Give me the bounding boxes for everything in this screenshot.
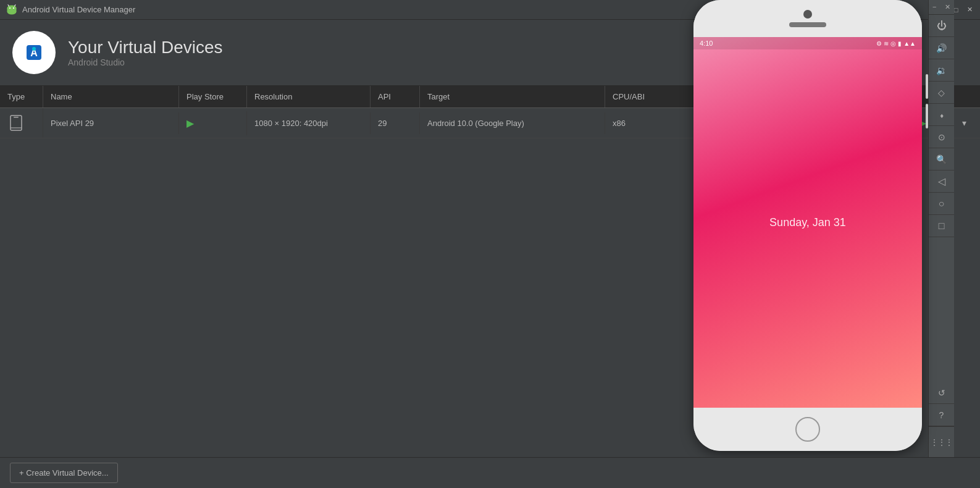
screenshot-button[interactable]: ⊙ — [929, 126, 954, 148]
rotate-right-button[interactable]: ⬧ — [929, 104, 954, 126]
page-subtitle: Android Studio — [68, 57, 223, 67]
zoom-button[interactable]: 🔍 — [929, 148, 954, 170]
cell-name: Pixel API 29 — [43, 112, 179, 134]
more-options-icon[interactable]: ⋮⋮⋮ — [931, 438, 953, 447]
header-titles: Your Virtual Devices Android Studio — [68, 38, 223, 67]
play-store-icon: ▶ — [186, 117, 194, 129]
front-camera — [803, 10, 812, 19]
create-virtual-device-button[interactable]: + Create Virtual Device... — [10, 463, 118, 483]
android-studio-logo: A — [12, 31, 56, 74]
close-button[interactable]: ✕ — [965, 6, 974, 14]
status-time: 4:10 — [700, 40, 713, 47]
battery-icon: ▮ — [898, 40, 902, 47]
volume-up-button[interactable]: 🔊 — [929, 37, 954, 59]
status-bar: 4:10 ⚙ ≋ ◎ ▮ ▲▲ — [693, 37, 922, 49]
page-title: Your Virtual Devices — [68, 38, 223, 57]
more-actions-button[interactable]: ▾ — [955, 114, 973, 132]
location-icon: ◎ — [890, 40, 896, 47]
rotate-left-button[interactable]: ◇ — [929, 82, 954, 104]
status-icons: ⚙ ≋ ◎ ▮ ▲▲ — [876, 40, 916, 47]
phone-speaker — [789, 22, 826, 27]
cell-type — [0, 108, 43, 138]
home-button[interactable]: ○ — [929, 193, 954, 215]
col-play-store: Play Store — [179, 86, 247, 107]
toolbar-close-btn[interactable]: − — [932, 3, 936, 11]
phone-home-button[interactable] — [795, 417, 820, 442]
phone-screen[interactable]: 4:10 ⚙ ≋ ◎ ▮ ▲▲ Sunday, Jan 31 — [693, 37, 922, 408]
emulator-side-toolbar: − ✕ ⏻ 🔊 🔉 ◇ ⬧ ⊙ 🔍 ◁ ○ □ ↺ ? ⋮⋮⋮ — [928, 0, 954, 457]
svg-point-2 — [7, 9, 17, 14]
toolbar-detach-btn[interactable]: ✕ — [945, 3, 950, 11]
col-resolution: Resolution — [247, 86, 371, 107]
volume-down-button[interactable]: 🔉 — [929, 59, 954, 82]
col-api: API — [371, 86, 420, 107]
svg-point-4 — [13, 7, 14, 8]
phone-date-display: Sunday, Jan 31 — [769, 216, 846, 229]
phone-emulator[interactable]: 4:10 ⚙ ≋ ◎ ▮ ▲▲ Sunday, Jan 31 — [687, 0, 928, 457]
col-target: Target — [420, 86, 605, 107]
power-button[interactable]: ⏻ — [929, 15, 954, 37]
signal-icon: ▲▲ — [903, 40, 916, 47]
back-button[interactable]: ◁ — [929, 170, 954, 193]
toolbar-header: − ✕ — [929, 0, 954, 15]
volume-up-physical — [926, 74, 928, 99]
phone-side-buttons — [926, 74, 928, 128]
bottom-bar: + Create Virtual Device... — [0, 457, 980, 488]
cell-play-store: ▶ — [179, 111, 247, 135]
svg-rect-12 — [14, 117, 19, 118]
col-name: Name — [43, 86, 179, 107]
svg-point-10 — [32, 47, 36, 51]
overview-button[interactable]: □ — [929, 215, 954, 237]
volume-down-physical — [926, 104, 928, 128]
settings-icon: ⚙ — [876, 40, 882, 47]
svg-line-5 — [8, 4, 9, 6]
app-icon — [6, 4, 17, 15]
phone-icon — [7, 114, 25, 132]
cell-target: Android 10.0 (Google Play) — [420, 112, 605, 134]
rotate-device-button[interactable]: ↺ — [929, 382, 954, 404]
svg-point-3 — [9, 7, 10, 8]
cell-resolution: 1080 × 1920: 420dpi — [247, 112, 371, 134]
wifi-icon: ≋ — [884, 40, 889, 47]
help-button[interactable]: ? — [929, 404, 954, 426]
emulator-container: 4:10 ⚙ ≋ ◎ ▮ ▲▲ Sunday, Jan 31 — [687, 0, 954, 457]
phone-bottom-bezel — [693, 408, 922, 451]
phone-top-bezel — [693, 0, 922, 37]
phone-body: 4:10 ⚙ ≋ ◎ ▮ ▲▲ Sunday, Jan 31 — [693, 0, 922, 451]
svg-line-6 — [15, 4, 16, 6]
cell-api: 29 — [371, 112, 420, 134]
col-type: Type — [0, 86, 43, 107]
